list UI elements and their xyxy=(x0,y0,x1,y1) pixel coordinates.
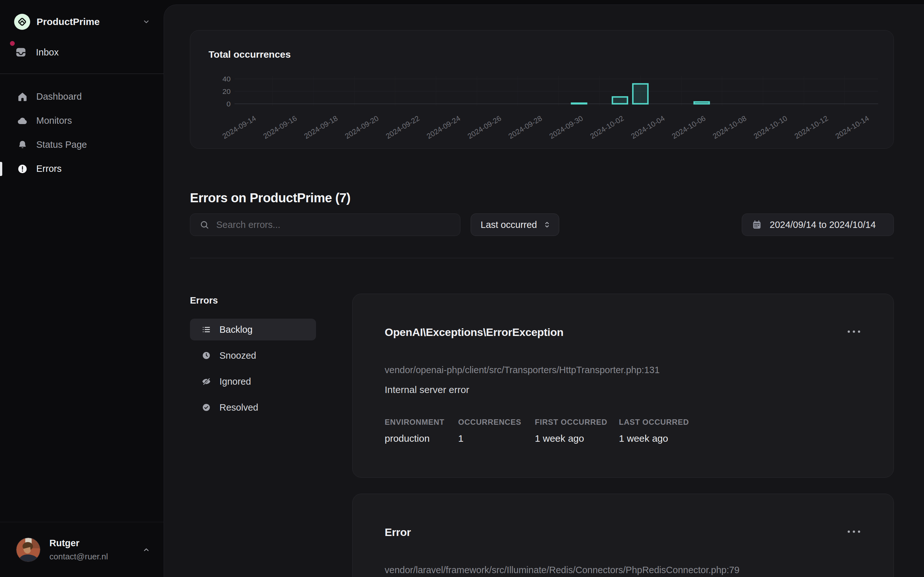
calendar-icon xyxy=(752,219,762,230)
error-card[interactable]: Error vendor/laravel/framework/src/Illum… xyxy=(352,494,894,577)
sidebar-item-label: Status Page xyxy=(36,139,87,150)
sidebar-item-inbox[interactable]: Inbox xyxy=(14,44,151,61)
svg-text:2024-09-24: 2024-09-24 xyxy=(425,114,462,140)
toolbar: Last occurred 2024/09/14 to 2024/10/14 xyxy=(190,213,894,236)
sidebar: ProductPrime Inbox Dashboard xyxy=(0,0,164,577)
error-card-list: OpenAI\Exceptions\ErrorException vendor/… xyxy=(352,293,894,577)
meta-environment: ENVIRONMENT production xyxy=(384,418,458,444)
check-circle-icon xyxy=(202,403,211,412)
filter-item-snoozed[interactable]: Snoozed xyxy=(190,345,316,366)
home-icon xyxy=(17,91,28,103)
svg-text:2024-10-14: 2024-10-14 xyxy=(834,114,871,140)
occurrences-chart-card: Total occurrences 020402024-09-142024-09… xyxy=(190,30,894,149)
svg-text:2024-10-12: 2024-10-12 xyxy=(793,114,830,140)
card-menu-button[interactable] xyxy=(846,327,861,336)
user-email: contact@ruer.nl xyxy=(49,552,142,562)
user-name: Rutger xyxy=(49,538,142,548)
active-nav-indicator xyxy=(0,162,2,176)
meta-last-occurred: LAST OCCURRED 1 week ago xyxy=(619,418,861,444)
error-card[interactable]: OpenAI\Exceptions\ErrorException vendor/… xyxy=(352,293,894,478)
sidebar-item-errors[interactable]: Errors xyxy=(0,157,164,181)
svg-text:2024-09-22: 2024-09-22 xyxy=(384,114,421,140)
main-panel: Total occurrences 020402024-09-142024-09… xyxy=(164,5,924,577)
filter-item-label: Ignored xyxy=(220,376,251,387)
search-box xyxy=(190,213,460,236)
filter-item-resolved[interactable]: Resolved xyxy=(190,396,316,418)
error-message: Internal server error xyxy=(384,384,861,395)
svg-text:0: 0 xyxy=(226,100,231,108)
sidebar-item-label: Monitors xyxy=(36,115,72,126)
error-meta: ENVIRONMENT production OCCURRENCES 1 FIR… xyxy=(384,418,861,444)
error-title: OpenAI\Exceptions\ErrorException xyxy=(384,326,564,338)
sidebar-item-label: Inbox xyxy=(36,47,59,58)
filter-item-label: Resolved xyxy=(220,402,258,413)
inbox-icon xyxy=(15,46,27,58)
sort-select[interactable]: Last occurred xyxy=(471,213,559,236)
date-range-value: 2024/09/14 to 2024/10/14 xyxy=(770,219,876,230)
svg-text:2024-09-30: 2024-09-30 xyxy=(548,114,584,140)
bell-icon xyxy=(17,139,28,151)
sidebar-item-label: Errors xyxy=(36,163,61,174)
section-divider xyxy=(190,258,894,258)
date-range-picker[interactable]: 2024/09/14 to 2024/10/14 xyxy=(742,213,894,236)
svg-text:2024-09-14: 2024-09-14 xyxy=(221,114,257,140)
card-menu-button[interactable] xyxy=(846,527,861,536)
error-file-path: vendor/laravel/framework/src/Illuminate/… xyxy=(384,565,861,575)
page-title: Errors on ProductPrime (7) xyxy=(190,191,351,205)
sidebar-nav: Dashboard Monitors Status Page Errors xyxy=(0,85,164,181)
chevron-up-down-icon xyxy=(542,220,552,229)
list-icon xyxy=(202,325,211,334)
svg-text:2024-10-10: 2024-10-10 xyxy=(752,114,788,140)
sidebar-item-dashboard[interactable]: Dashboard xyxy=(0,85,164,109)
error-filters: Errors Backlog Snoozed xyxy=(190,295,316,418)
svg-text:2024-10-02: 2024-10-02 xyxy=(589,114,625,140)
error-file-path: vendor/openai-php/client/src/Transporter… xyxy=(384,365,861,376)
svg-text:2024-09-28: 2024-09-28 xyxy=(507,114,543,140)
workspace-switcher[interactable]: ProductPrime xyxy=(14,13,151,31)
filters-heading: Errors xyxy=(190,295,316,306)
svg-text:2024-09-26: 2024-09-26 xyxy=(466,114,503,140)
sort-select-value: Last occurred xyxy=(481,219,542,230)
user-menu[interactable]: Rutger contact@ruer.nl xyxy=(0,522,164,577)
alert-circle-icon xyxy=(17,163,28,175)
svg-text:2024-09-18: 2024-09-18 xyxy=(302,114,339,140)
sidebar-item-status-page[interactable]: Status Page xyxy=(0,133,164,157)
eye-off-icon xyxy=(202,377,211,386)
filter-item-label: Backlog xyxy=(220,324,252,335)
search-icon xyxy=(199,219,210,230)
svg-text:2024-10-04: 2024-10-04 xyxy=(630,114,666,140)
sidebar-item-label: Dashboard xyxy=(36,91,82,102)
meta-first-occurred: FIRST OCCURRED 1 week ago xyxy=(535,418,619,444)
clock-icon xyxy=(202,351,211,360)
filter-item-label: Snoozed xyxy=(220,350,256,361)
chevron-up-icon xyxy=(142,545,151,554)
sidebar-item-monitors[interactable]: Monitors xyxy=(0,109,164,133)
svg-text:2024-09-16: 2024-09-16 xyxy=(262,114,298,140)
sidebar-divider xyxy=(0,73,164,74)
unread-dot xyxy=(10,41,15,46)
svg-text:40: 40 xyxy=(222,75,231,83)
app-window: ProductPrime Inbox Dashboard xyxy=(0,0,924,577)
filter-item-backlog[interactable]: Backlog xyxy=(190,319,316,340)
svg-text:2024-10-06: 2024-10-06 xyxy=(670,114,707,140)
svg-text:20: 20 xyxy=(222,87,231,95)
avatar xyxy=(16,538,40,562)
productprime-logo-icon xyxy=(14,14,30,30)
filter-item-ignored[interactable]: Ignored xyxy=(190,371,316,392)
search-input[interactable] xyxy=(216,219,451,230)
svg-text:2024-10-08: 2024-10-08 xyxy=(711,114,748,140)
occurrences-bar-chart: 020402024-09-142024-09-162024-09-182024-… xyxy=(190,31,893,148)
svg-text:2024-09-20: 2024-09-20 xyxy=(343,114,380,140)
error-title: Error xyxy=(384,526,411,538)
chevron-down-icon xyxy=(142,17,151,26)
workspace-name: ProductPrime xyxy=(37,16,142,27)
cloud-icon xyxy=(17,115,28,127)
meta-occurrences: OCCURRENCES 1 xyxy=(458,418,535,444)
